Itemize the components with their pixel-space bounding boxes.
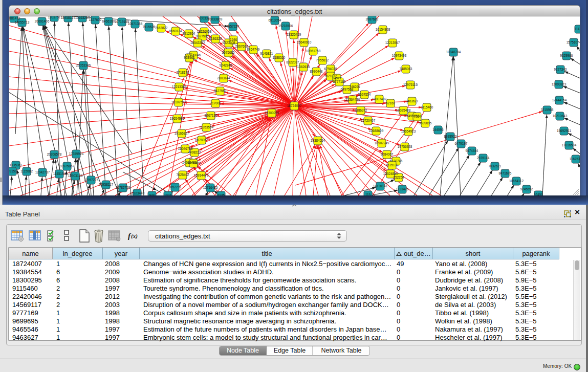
svg-text:14099489: 14099489 xyxy=(186,161,201,165)
svg-text:3675685: 3675685 xyxy=(222,51,235,54)
svg-text:4498222: 4498222 xyxy=(188,150,201,154)
svg-text:1024: 1024 xyxy=(164,193,172,195)
svg-text:3215958: 3215958 xyxy=(541,108,554,112)
svg-text:20691406: 20691406 xyxy=(35,19,50,23)
svg-text:7557224: 7557224 xyxy=(227,25,239,28)
svg-text:938961: 938961 xyxy=(184,56,195,59)
svg-text:10973493: 10973493 xyxy=(392,54,407,57)
svg-text:16782759: 16782759 xyxy=(116,186,130,189)
svg-text:717006: 717006 xyxy=(210,101,221,105)
svg-text:14571: 14571 xyxy=(332,76,341,80)
svg-text:9329966: 9329966 xyxy=(560,54,573,57)
svg-text:7955812: 7955812 xyxy=(316,58,329,62)
svg-text:1362615: 1362615 xyxy=(297,65,310,69)
svg-text:10107553: 10107553 xyxy=(171,100,186,104)
svg-text:1803751: 1803751 xyxy=(48,16,61,19)
svg-text:16046766: 16046766 xyxy=(178,147,193,150)
svg-text:9227343: 9227343 xyxy=(554,68,567,71)
svg-text:16914479: 16914479 xyxy=(194,173,209,177)
svg-text:7632621: 7632621 xyxy=(489,164,502,168)
svg-text:9463627: 9463627 xyxy=(406,99,419,103)
svg-text:18724007: 18724007 xyxy=(287,104,302,107)
svg-text:(x): (x) xyxy=(131,233,138,239)
svg-text:16543382: 16543382 xyxy=(190,41,205,45)
svg-text:8427552: 8427552 xyxy=(214,89,227,93)
svg-text:19756928: 19756928 xyxy=(398,145,412,148)
svg-text:20053346: 20053346 xyxy=(76,63,91,67)
svg-text:9084067: 9084067 xyxy=(381,152,394,156)
svg-text:252254: 252254 xyxy=(393,176,404,179)
svg-text:7064: 7064 xyxy=(413,115,421,118)
svg-text:1335061: 1335061 xyxy=(10,163,23,167)
svg-text:9242848: 9242848 xyxy=(220,63,232,67)
svg-text:15640910: 15640910 xyxy=(297,40,312,44)
svg-text:15692911: 15692911 xyxy=(557,129,571,133)
svg-text:10210643: 10210643 xyxy=(553,114,568,118)
svg-text:8471676: 8471676 xyxy=(499,171,512,175)
svg-text:7386372: 7386372 xyxy=(355,108,367,112)
svg-text:15720407: 15720407 xyxy=(361,119,376,122)
svg-text:11123: 11123 xyxy=(575,27,580,31)
svg-text:15751074: 15751074 xyxy=(567,40,580,44)
svg-text:1588520: 1588520 xyxy=(273,56,286,59)
svg-text:8322037: 8322037 xyxy=(287,60,299,64)
svg-text:3624554: 3624554 xyxy=(358,93,371,96)
svg-text:1733426: 1733426 xyxy=(396,187,409,191)
svg-text:2718176: 2718176 xyxy=(177,71,189,74)
svg-text:6466160: 6466160 xyxy=(102,19,115,23)
svg-text:93975867: 93975867 xyxy=(60,164,75,168)
svg-text:8186328: 8186328 xyxy=(209,37,222,40)
svg-text:10653267: 10653267 xyxy=(75,16,90,19)
svg-text:10654112: 10654112 xyxy=(509,179,524,183)
svg-text:7625402: 7625402 xyxy=(177,173,189,177)
svg-text:1881472: 1881472 xyxy=(9,16,20,20)
svg-text:9777169: 9777169 xyxy=(333,80,346,83)
svg-text:14136141: 14136141 xyxy=(373,184,388,188)
svg-text:8938923: 8938923 xyxy=(444,135,457,138)
svg-text:115: 115 xyxy=(365,193,371,195)
svg-text:6813054: 6813054 xyxy=(269,18,281,22)
svg-text:12975115: 12975115 xyxy=(403,83,418,86)
svg-text:2867608: 2867608 xyxy=(235,45,248,48)
svg-text:19218506: 19218506 xyxy=(278,24,293,28)
svg-text:9657791: 9657791 xyxy=(169,185,182,189)
svg-text:12213967: 12213967 xyxy=(385,41,400,45)
svg-text:944: 944 xyxy=(149,193,155,195)
svg-text:19654985: 19654985 xyxy=(170,117,185,120)
svg-text:92450: 92450 xyxy=(534,193,543,195)
svg-text:2935114: 2935114 xyxy=(477,156,490,160)
svg-text:1145194: 1145194 xyxy=(53,172,66,176)
svg-text:17359924: 17359924 xyxy=(69,152,84,156)
svg-text:10671355: 10671355 xyxy=(128,22,143,26)
svg-text:7485063: 7485063 xyxy=(400,67,412,71)
svg-text:10958117: 10958117 xyxy=(99,183,113,186)
svg-text:14055713: 14055713 xyxy=(15,20,30,24)
svg-text:10688609: 10688609 xyxy=(369,129,384,133)
svg-text:9146821: 9146821 xyxy=(260,52,273,55)
svg-text:16154808: 16154808 xyxy=(376,28,390,31)
svg-text:1527602: 1527602 xyxy=(89,18,102,21)
svg-text:8912954: 8912954 xyxy=(183,32,195,35)
svg-text:12213389: 12213389 xyxy=(172,85,187,89)
svg-text:12903185: 12903185 xyxy=(68,174,83,178)
svg-text:11353594: 11353594 xyxy=(199,125,213,129)
svg-text:13524851: 13524851 xyxy=(383,172,398,176)
svg-text:62160: 62160 xyxy=(386,101,395,105)
svg-text:7515526: 7515526 xyxy=(143,25,156,29)
svg-text:13325419: 13325419 xyxy=(287,33,301,36)
svg-text:20206578: 20206578 xyxy=(47,152,62,156)
svg-text:10025488: 10025488 xyxy=(396,108,411,112)
svg-text:10961758: 10961758 xyxy=(306,49,321,53)
svg-text:144095: 144095 xyxy=(432,128,444,132)
svg-text:17016504: 17016504 xyxy=(562,143,577,147)
svg-text:9327508: 9327508 xyxy=(223,41,235,45)
svg-text:6120746: 6120746 xyxy=(390,159,403,163)
svg-text:1167534: 1167534 xyxy=(570,157,580,161)
svg-text:1615132: 1615132 xyxy=(386,163,399,167)
svg-text:10719155: 10719155 xyxy=(115,20,129,24)
svg-text:10848784: 10848784 xyxy=(446,50,461,54)
svg-text:9699695: 9699695 xyxy=(419,121,432,125)
svg-text:2803144: 2803144 xyxy=(217,76,230,80)
svg-text:6479197: 6479197 xyxy=(455,142,468,145)
svg-text:7663822: 7663822 xyxy=(155,26,168,30)
